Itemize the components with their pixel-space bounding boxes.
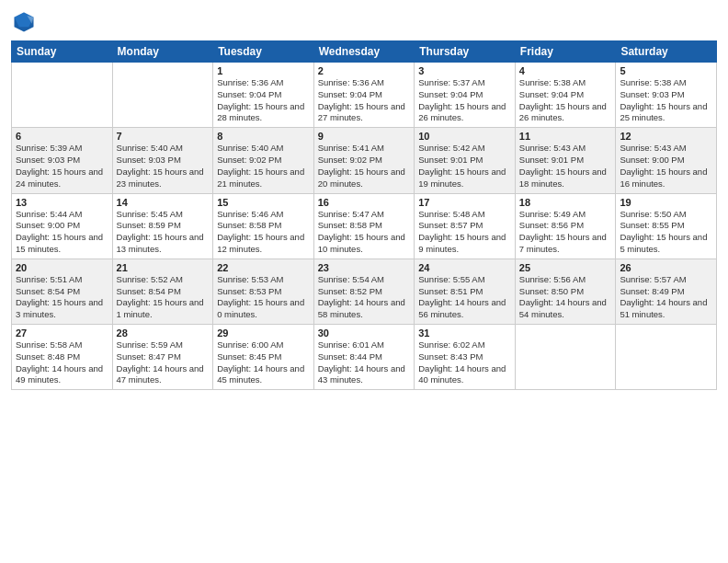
day-info: Sunrise: 5:41 AM Sunset: 9:02 PM Dayligh… xyxy=(318,143,411,190)
calendar-cell: 14Sunrise: 5:45 AM Sunset: 8:59 PM Dayli… xyxy=(112,193,213,259)
day-info: Sunrise: 5:40 AM Sunset: 9:03 PM Dayligh… xyxy=(117,143,210,190)
calendar-cell: 6Sunrise: 5:39 AM Sunset: 9:03 PM Daylig… xyxy=(12,128,113,193)
calendar-cell: 1Sunrise: 5:36 AM Sunset: 9:04 PM Daylig… xyxy=(213,63,314,128)
calendar-week-row: 13Sunrise: 5:44 AM Sunset: 9:00 PM Dayli… xyxy=(12,193,717,259)
day-number: 27 xyxy=(16,327,108,339)
calendar-cell: 26Sunrise: 5:57 AM Sunset: 8:49 PM Dayli… xyxy=(616,259,717,324)
weekday-header-sunday: Sunday xyxy=(12,41,113,63)
weekday-header-monday: Monday xyxy=(112,41,213,63)
calendar-table: SundayMondayTuesdayWednesdayThursdayFrid… xyxy=(11,40,717,390)
weekday-header-wednesday: Wednesday xyxy=(313,41,415,63)
day-number: 19 xyxy=(620,197,712,208)
header xyxy=(11,9,717,35)
calendar-cell: 28Sunrise: 5:59 AM Sunset: 8:47 PM Dayli… xyxy=(112,325,213,390)
calendar-cell: 15Sunrise: 5:46 AM Sunset: 8:58 PM Dayli… xyxy=(213,193,314,259)
day-number: 28 xyxy=(117,327,210,339)
weekday-header-row: SundayMondayTuesdayWednesdayThursdayFrid… xyxy=(12,41,717,63)
day-number: 15 xyxy=(217,197,310,208)
day-number: 5 xyxy=(620,65,712,76)
day-number: 20 xyxy=(16,262,108,273)
day-info: Sunrise: 5:37 AM Sunset: 9:04 PM Dayligh… xyxy=(418,77,511,124)
day-number: 24 xyxy=(418,262,511,273)
day-number: 13 xyxy=(16,197,108,208)
day-number: 12 xyxy=(620,131,712,142)
day-info: Sunrise: 5:55 AM Sunset: 8:51 PM Dayligh… xyxy=(418,274,511,321)
day-info: Sunrise: 5:52 AM Sunset: 8:54 PM Dayligh… xyxy=(117,274,210,321)
weekday-header-saturday: Saturday xyxy=(616,41,717,63)
calendar-cell xyxy=(515,325,616,390)
day-number: 8 xyxy=(217,131,310,142)
calendar-cell xyxy=(12,63,113,128)
day-info: Sunrise: 5:49 AM Sunset: 8:56 PM Dayligh… xyxy=(519,209,612,256)
day-info: Sunrise: 5:59 AM Sunset: 8:47 PM Dayligh… xyxy=(117,339,210,386)
calendar-cell: 29Sunrise: 6:00 AM Sunset: 8:45 PM Dayli… xyxy=(213,325,314,390)
day-number: 11 xyxy=(519,131,612,142)
calendar-cell xyxy=(112,63,213,128)
day-number: 29 xyxy=(217,327,310,339)
weekday-header-thursday: Thursday xyxy=(415,41,516,63)
day-number: 21 xyxy=(117,262,210,273)
calendar-week-row: 6Sunrise: 5:39 AM Sunset: 9:03 PM Daylig… xyxy=(12,128,717,193)
calendar-cell: 22Sunrise: 5:53 AM Sunset: 8:53 PM Dayli… xyxy=(213,259,314,324)
day-info: Sunrise: 5:38 AM Sunset: 9:04 PM Dayligh… xyxy=(519,77,612,124)
calendar-cell: 3Sunrise: 5:37 AM Sunset: 9:04 PM Daylig… xyxy=(415,63,516,128)
calendar-cell: 23Sunrise: 5:54 AM Sunset: 8:52 PM Dayli… xyxy=(313,259,415,324)
day-info: Sunrise: 6:01 AM Sunset: 8:44 PM Dayligh… xyxy=(318,339,411,386)
day-info: Sunrise: 5:43 AM Sunset: 9:01 PM Dayligh… xyxy=(519,143,612,190)
day-info: Sunrise: 5:43 AM Sunset: 9:00 PM Dayligh… xyxy=(620,143,712,190)
day-number: 1 xyxy=(217,65,310,76)
calendar-cell: 7Sunrise: 5:40 AM Sunset: 9:03 PM Daylig… xyxy=(112,128,213,193)
day-number: 10 xyxy=(418,131,511,142)
day-number: 31 xyxy=(418,327,511,339)
logo-icon xyxy=(11,9,37,35)
weekday-header-friday: Friday xyxy=(515,41,616,63)
day-info: Sunrise: 6:02 AM Sunset: 8:43 PM Dayligh… xyxy=(418,339,511,386)
day-number: 22 xyxy=(217,262,310,273)
calendar-cell: 18Sunrise: 5:49 AM Sunset: 8:56 PM Dayli… xyxy=(515,193,616,259)
calendar-cell: 5Sunrise: 5:38 AM Sunset: 9:03 PM Daylig… xyxy=(616,63,717,128)
day-info: Sunrise: 5:57 AM Sunset: 8:49 PM Dayligh… xyxy=(620,274,712,321)
day-number: 14 xyxy=(117,197,210,208)
day-number: 6 xyxy=(16,131,108,142)
day-number: 16 xyxy=(318,197,411,208)
day-number: 4 xyxy=(519,65,612,76)
calendar-cell: 10Sunrise: 5:42 AM Sunset: 9:01 PM Dayli… xyxy=(415,128,516,193)
day-info: Sunrise: 5:36 AM Sunset: 9:04 PM Dayligh… xyxy=(318,77,411,124)
calendar-cell: 31Sunrise: 6:02 AM Sunset: 8:43 PM Dayli… xyxy=(415,325,516,390)
calendar-cell: 17Sunrise: 5:48 AM Sunset: 8:57 PM Dayli… xyxy=(415,193,516,259)
day-info: Sunrise: 5:45 AM Sunset: 8:59 PM Dayligh… xyxy=(117,209,210,256)
page-container: SundayMondayTuesdayWednesdayThursdayFrid… xyxy=(0,0,728,563)
day-info: Sunrise: 5:58 AM Sunset: 8:48 PM Dayligh… xyxy=(16,339,108,386)
day-info: Sunrise: 5:47 AM Sunset: 8:58 PM Dayligh… xyxy=(318,209,411,256)
calendar-cell: 11Sunrise: 5:43 AM Sunset: 9:01 PM Dayli… xyxy=(515,128,616,193)
day-info: Sunrise: 5:36 AM Sunset: 9:04 PM Dayligh… xyxy=(217,77,310,124)
calendar-week-row: 20Sunrise: 5:51 AM Sunset: 8:54 PM Dayli… xyxy=(12,259,717,324)
day-info: Sunrise: 5:39 AM Sunset: 9:03 PM Dayligh… xyxy=(16,143,108,190)
calendar-cell: 2Sunrise: 5:36 AM Sunset: 9:04 PM Daylig… xyxy=(313,63,415,128)
day-number: 25 xyxy=(519,262,612,273)
day-info: Sunrise: 5:50 AM Sunset: 8:55 PM Dayligh… xyxy=(620,209,712,256)
calendar-cell: 25Sunrise: 5:56 AM Sunset: 8:50 PM Dayli… xyxy=(515,259,616,324)
day-number: 18 xyxy=(519,197,612,208)
calendar-cell: 19Sunrise: 5:50 AM Sunset: 8:55 PM Dayli… xyxy=(616,193,717,259)
day-number: 30 xyxy=(318,327,411,339)
day-info: Sunrise: 5:48 AM Sunset: 8:57 PM Dayligh… xyxy=(418,209,511,256)
calendar-week-row: 1Sunrise: 5:36 AM Sunset: 9:04 PM Daylig… xyxy=(12,63,717,128)
logo xyxy=(11,9,40,35)
day-number: 26 xyxy=(620,262,712,273)
day-number: 9 xyxy=(318,131,411,142)
day-number: 17 xyxy=(418,197,511,208)
day-info: Sunrise: 5:56 AM Sunset: 8:50 PM Dayligh… xyxy=(519,274,612,321)
day-number: 23 xyxy=(318,262,411,273)
day-info: Sunrise: 5:53 AM Sunset: 8:53 PM Dayligh… xyxy=(217,274,310,321)
day-info: Sunrise: 5:51 AM Sunset: 8:54 PM Dayligh… xyxy=(16,274,108,321)
calendar-cell: 9Sunrise: 5:41 AM Sunset: 9:02 PM Daylig… xyxy=(313,128,415,193)
calendar-cell: 20Sunrise: 5:51 AM Sunset: 8:54 PM Dayli… xyxy=(12,259,113,324)
calendar-cell: 16Sunrise: 5:47 AM Sunset: 8:58 PM Dayli… xyxy=(313,193,415,259)
day-info: Sunrise: 5:40 AM Sunset: 9:02 PM Dayligh… xyxy=(217,143,310,190)
day-info: Sunrise: 5:54 AM Sunset: 8:52 PM Dayligh… xyxy=(318,274,411,321)
day-number: 3 xyxy=(418,65,511,76)
calendar-cell: 30Sunrise: 6:01 AM Sunset: 8:44 PM Dayli… xyxy=(313,325,415,390)
day-info: Sunrise: 5:44 AM Sunset: 9:00 PM Dayligh… xyxy=(16,209,108,256)
calendar-week-row: 27Sunrise: 5:58 AM Sunset: 8:48 PM Dayli… xyxy=(12,325,717,390)
